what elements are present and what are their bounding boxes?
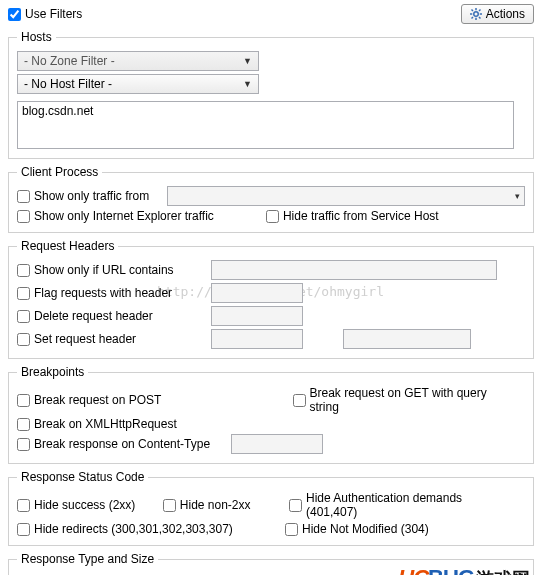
show-only-if-url-checkbox[interactable]: Show only if URL contains: [17, 263, 193, 277]
show-ie-checkbox[interactable]: Show only Internet Explorer traffic: [17, 209, 214, 223]
delete-header-checkbox[interactable]: Delete request header: [17, 309, 193, 323]
break-ct-check[interactable]: [17, 438, 30, 451]
set-header-checkbox[interactable]: Set request header: [17, 332, 193, 346]
breakpoints-legend: Breakpoints: [17, 365, 88, 379]
show-only-if-url-check[interactable]: [17, 264, 30, 277]
hide-2xx-check[interactable]: [17, 499, 30, 512]
break-get-checkbox[interactable]: Break request on GET with query string: [293, 386, 513, 414]
delete-header-check[interactable]: [17, 310, 30, 323]
breakpoints-group: Breakpoints Break request on POST Break …: [8, 365, 534, 464]
set-header-label: Set request header: [34, 332, 136, 346]
type-size-group: Response Type and Size Show all Content-…: [8, 552, 534, 575]
break-ct-checkbox[interactable]: Break response on Content-Type: [17, 437, 213, 451]
break-ct-label: Break response on Content-Type: [34, 437, 210, 451]
zone-filter-dropdown[interactable]: - No Zone Filter - ▼: [17, 51, 259, 71]
actions-label: Actions: [486, 7, 525, 21]
status-code-legend: Response Status Code: [17, 470, 148, 484]
hide-redirects-checkbox[interactable]: Hide redirects (300,301,302,303,307): [17, 522, 267, 536]
show-only-traffic-check[interactable]: [17, 190, 30, 203]
set-header-name-input[interactable]: [211, 329, 303, 349]
break-get-label: Break request on GET with query string: [310, 386, 513, 414]
show-ie-check[interactable]: [17, 210, 30, 223]
flag-requests-input[interactable]: [211, 283, 303, 303]
client-process-legend: Client Process: [17, 165, 102, 179]
hide-auth-check[interactable]: [289, 499, 302, 512]
break-post-checkbox[interactable]: Break request on POST: [17, 386, 241, 414]
hide-notmod-checkbox[interactable]: Hide Not Modified (304): [285, 522, 429, 536]
show-only-if-url-label: Show only if URL contains: [34, 263, 174, 277]
gear-icon: [470, 8, 482, 20]
svg-line-6: [479, 17, 481, 19]
hosts-legend: Hosts: [17, 30, 56, 44]
break-xhr-check[interactable]: [17, 418, 30, 431]
host-filter-dropdown[interactable]: - No Host Filter - ▼: [17, 74, 259, 94]
chevron-down-icon: ▾: [515, 191, 520, 201]
hide-redirects-label: Hide redirects (300,301,302,303,307): [34, 522, 233, 536]
hide-non2xx-check[interactable]: [163, 499, 176, 512]
hide-auth-checkbox[interactable]: Hide Authentication demands (401,407): [289, 491, 513, 519]
flag-requests-label: Flag requests with header: [34, 286, 172, 300]
delete-header-input[interactable]: [211, 306, 303, 326]
chevron-down-icon: ▼: [243, 56, 252, 66]
hide-notmod-label: Hide Not Modified (304): [302, 522, 429, 536]
break-post-check[interactable]: [17, 394, 30, 407]
hide-service-host-label: Hide traffic from Service Host: [283, 209, 439, 223]
request-headers-group: Request Headers http://blog.csdn.net/ohm…: [8, 239, 534, 359]
status-code-group: Response Status Code Hide success (2xx) …: [8, 470, 534, 546]
set-header-check[interactable]: [17, 333, 30, 346]
flag-requests-checkbox[interactable]: Flag requests with header: [17, 286, 193, 300]
flag-requests-check[interactable]: [17, 287, 30, 300]
zone-filter-value: - No Zone Filter -: [24, 54, 115, 68]
use-filters-check[interactable]: [8, 8, 21, 21]
hosts-textarea[interactable]: [17, 101, 514, 149]
hide-service-host-check[interactable]: [266, 210, 279, 223]
request-headers-legend: Request Headers: [17, 239, 118, 253]
hide-notmod-check[interactable]: [285, 523, 298, 536]
show-only-traffic-label: Show only traffic from: [34, 189, 149, 203]
show-only-if-url-input[interactable]: [211, 260, 497, 280]
client-process-group: Client Process Show only traffic from ▾ …: [8, 165, 534, 233]
break-post-label: Break request on POST: [34, 393, 161, 407]
hide-2xx-checkbox[interactable]: Hide success (2xx): [17, 498, 145, 512]
delete-header-label: Delete request header: [34, 309, 153, 323]
chevron-down-icon: ▼: [243, 79, 252, 89]
use-filters-label: Use Filters: [25, 7, 82, 21]
use-filters-checkbox[interactable]: Use Filters: [8, 7, 82, 21]
show-ie-label: Show only Internet Explorer traffic: [34, 209, 214, 223]
hide-non2xx-label: Hide non-2xx: [180, 498, 251, 512]
type-size-legend: Response Type and Size: [17, 552, 158, 566]
host-filter-value: - No Host Filter -: [24, 77, 112, 91]
hide-2xx-label: Hide success (2xx): [34, 498, 135, 512]
hosts-group: Hosts - No Zone Filter - ▼ - No Host Fil…: [8, 30, 534, 159]
process-combo[interactable]: ▾: [167, 186, 525, 206]
break-xhr-label: Break on XMLHttpRequest: [34, 417, 177, 431]
svg-point-0: [473, 12, 478, 17]
hide-service-host-checkbox[interactable]: Hide traffic from Service Host: [266, 209, 439, 223]
hide-redirects-check[interactable]: [17, 523, 30, 536]
break-xhr-checkbox[interactable]: Break on XMLHttpRequest: [17, 417, 177, 431]
hide-auth-label: Hide Authentication demands (401,407): [306, 491, 513, 519]
actions-button[interactable]: Actions: [461, 4, 534, 24]
svg-line-5: [471, 10, 473, 12]
hide-non2xx-checkbox[interactable]: Hide non-2xx: [163, 498, 271, 512]
set-header-value-input[interactable]: [343, 329, 471, 349]
break-get-check[interactable]: [293, 394, 306, 407]
svg-line-7: [471, 17, 473, 19]
break-ct-input[interactable]: [231, 434, 323, 454]
svg-line-8: [479, 10, 481, 12]
show-only-traffic-checkbox[interactable]: Show only traffic from: [17, 189, 149, 203]
